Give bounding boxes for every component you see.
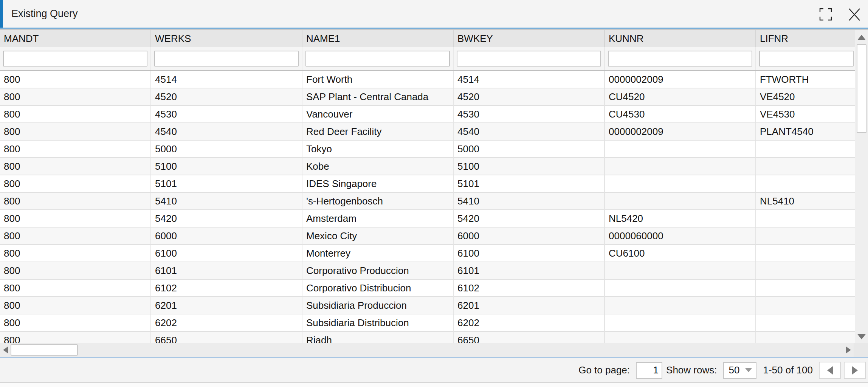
table-cell (605, 158, 756, 175)
table-row[interactable]: 8006201Subsidiaria Produccion6201 (0, 297, 855, 314)
table-cell: CU4520 (605, 88, 756, 106)
table-row[interactable]: 8004540Red Deer Facility45400000002009PL… (0, 123, 855, 141)
table-cell (756, 245, 855, 262)
column-header-kunnr[interactable]: KUNNR (605, 30, 756, 47)
scroll-right-icon[interactable] (846, 347, 851, 353)
table-cell: NL5420 (605, 210, 756, 228)
vertical-scrollbar-thumb[interactable] (857, 44, 866, 133)
table-cell: 6102 (151, 280, 302, 297)
table-row[interactable]: 8004530Vancouver4530CU4530VE4530 (0, 106, 855, 123)
column-header-mandt[interactable]: MANDT (0, 30, 151, 47)
column-header-bwkey[interactable]: BWKEY (454, 30, 605, 47)
table-cell: 6202 (454, 314, 605, 332)
filter-input-mandt[interactable] (3, 51, 147, 67)
table-row[interactable]: 8005000Tokyo5000 (0, 141, 855, 158)
rows-per-page-value: 50 (728, 364, 739, 376)
table-row[interactable]: 8006650Riadh6650 (0, 332, 855, 343)
table-cell: VE4520 (756, 88, 855, 106)
table-cell: PLANT4540 (756, 123, 855, 141)
table-cell: 800 (0, 228, 151, 245)
next-page-icon (852, 366, 858, 375)
header-row: MANDTWERKSNAME1BWKEYKUNNRLIFNR (0, 30, 855, 47)
table-cell: 800 (0, 106, 151, 123)
table-cell: Corporativo Distribucion (302, 280, 454, 297)
close-button[interactable] (846, 6, 863, 23)
table-cell (756, 210, 855, 228)
column-header-name1[interactable]: NAME1 (302, 30, 454, 47)
filter-cell-bwkey (454, 47, 605, 70)
table-row[interactable]: 8006100Monterrey6100CU6100 (0, 245, 855, 262)
table-cell: 5000 (151, 141, 302, 158)
table-cell: VE4530 (756, 106, 855, 123)
table-row[interactable]: 8005420Amsterdam5420NL5420 (0, 210, 855, 228)
filter-input-name1[interactable] (305, 51, 450, 67)
table-row[interactable]: 8005410's-Hertogenbosch5410NL5410 (0, 193, 855, 210)
table-cell: Tokyo (302, 141, 454, 158)
table-cell: 6101 (151, 262, 302, 280)
table-cell (605, 314, 756, 332)
filter-input-bwkey[interactable] (457, 51, 601, 67)
expand-button[interactable] (817, 6, 834, 23)
table-row[interactable]: 8006102Corporativo Distribucion6102 (0, 280, 855, 297)
horizontal-scrollbar-thumb[interactable] (11, 344, 78, 356)
show-rows-label: Show rows: (666, 364, 717, 376)
column-header-lifnr[interactable]: LIFNR (756, 30, 855, 47)
table-cell: 5100 (151, 158, 302, 175)
table-cell: 800 (0, 332, 151, 343)
table-cell: 5100 (454, 158, 605, 175)
filter-row (0, 47, 855, 70)
table-cell: NL5410 (756, 193, 855, 210)
table-cell: 4514 (151, 71, 302, 88)
filter-input-werks[interactable] (154, 51, 299, 67)
table-cell (605, 175, 756, 193)
table-cell (756, 280, 855, 297)
table-cell: 6000 (454, 228, 605, 245)
table-cell: 's-Hertogenbosch (302, 193, 454, 210)
table-row[interactable]: 8006202Subsidiaria Distribucion6202 (0, 314, 855, 332)
filter-input-kunnr[interactable] (608, 51, 752, 67)
table-cell: 800 (0, 245, 151, 262)
table-cell: 0000002009 (605, 123, 756, 141)
table-cell: 6100 (151, 245, 302, 262)
table-cell: Mexico City (302, 228, 454, 245)
filter-cell-name1 (302, 47, 454, 70)
table-cell: 800 (0, 88, 151, 106)
table-row[interactable]: 8006101Corporativo Produccion6101 (0, 262, 855, 280)
table-cell (756, 175, 855, 193)
table-cell: SAP Plant - Central Canada (302, 88, 454, 106)
rows-per-page-select[interactable]: 50 (723, 362, 756, 379)
table-cell: 0000060000 (605, 228, 756, 245)
table-cell: 800 (0, 175, 151, 193)
table-cell: Monterrey (302, 245, 454, 262)
table-row[interactable]: 8005100Kobe5100 (0, 158, 855, 175)
next-page-button[interactable] (844, 362, 866, 379)
table-row[interactable]: 8006000Mexico City60000000060000 (0, 228, 855, 245)
table-cell: 4540 (151, 123, 302, 141)
table-cell: 4530 (454, 106, 605, 123)
table-cell: Amsterdam (302, 210, 454, 228)
table-row[interactable]: 8005101IDES Singapore5101 (0, 175, 855, 193)
scroll-up-icon[interactable] (857, 35, 866, 40)
previous-page-button[interactable] (819, 362, 841, 379)
bottom-strip (0, 382, 868, 387)
table-cell (756, 314, 855, 332)
table-cell: 0000002009 (605, 71, 756, 88)
page-number-input[interactable] (636, 362, 662, 379)
column-header-werks[interactable]: WERKS (151, 30, 302, 47)
table-cell: 6201 (454, 297, 605, 314)
table-cell (605, 262, 756, 280)
table-cell (756, 262, 855, 280)
vertical-scrollbar[interactable] (855, 30, 868, 343)
table-cell: Red Deer Facility (302, 123, 454, 141)
horizontal-scrollbar[interactable] (0, 343, 854, 357)
table-row[interactable]: 8004514Fort Worth45140000002009FTWORTH (0, 71, 855, 88)
table-cell: Kobe (302, 158, 454, 175)
table-cell: Subsidiaria Produccion (302, 297, 454, 314)
table-cell: 6000 (151, 228, 302, 245)
scroll-left-icon[interactable] (3, 347, 8, 353)
table-cell: 800 (0, 297, 151, 314)
table-cell: 6102 (454, 280, 605, 297)
filter-input-lifnr[interactable] (759, 51, 854, 67)
scroll-down-icon[interactable] (857, 334, 866, 339)
table-row[interactable]: 8004520SAP Plant - Central Canada4520CU4… (0, 88, 855, 106)
